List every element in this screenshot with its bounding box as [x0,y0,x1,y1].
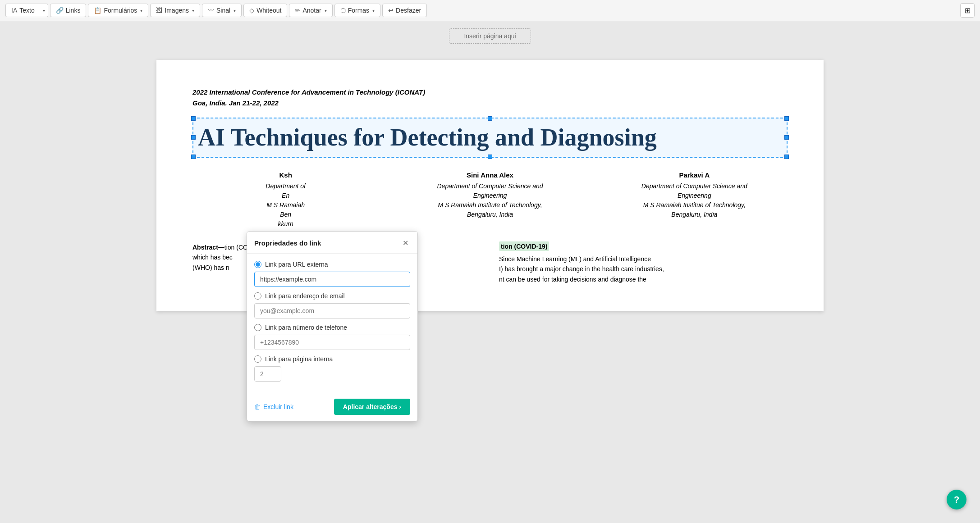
texto-button[interactable]: IA Texto [5,4,40,17]
dialog-header: Propriedades do link ✕ [247,232,417,254]
delete-link-button[interactable]: 🗑 Excluir link [254,400,293,413]
conference-line2: Goa, India. Jan 21-22, 2022 [192,98,788,109]
whiteout-button[interactable]: ◇ Whiteout [243,4,287,17]
abstract-text-right: Since Machine Learning (ML) and Artifici… [499,254,788,284]
expand-icon: ⊞ [965,6,971,15]
formularios-button[interactable]: 📋 Formulários ▾ [88,4,148,17]
trash-icon: 🗑 [254,403,261,410]
dialog-footer: 🗑 Excluir link Aplicar alterações › [247,394,417,421]
insert-page-label: Inserir página aqui [464,32,516,40]
handle-top-left[interactable] [191,116,196,121]
texto-icon: IA [11,7,17,14]
desfazer-label: Desfazer [396,7,421,14]
desfazer-icon: ↩ [388,7,394,14]
imagens-icon: 🖼 [156,7,162,14]
formas-arrow: ▾ [372,8,375,13]
insert-page-button[interactable]: Inserir página aqui [449,28,531,44]
dialog-body: Link para URL externa Link para endereço… [247,254,417,394]
anotar-arrow: ▾ [325,8,327,13]
handle-top-middle[interactable] [488,116,492,121]
handle-right-middle[interactable] [784,135,789,140]
toolbar: IA Texto ▾ 🔗 Links 📋 Formulários ▾ 🖼 Ima… [0,0,980,21]
texto-dropdown-arrow[interactable]: ▾ [40,4,48,17]
radio-phone[interactable] [254,324,261,331]
paper-title: AI Techniques for Detecting and Diagnosi… [198,123,782,152]
radio-email[interactable] [254,292,261,300]
author-block-2: Sini Anna Alex Department of Computer Sc… [397,171,583,229]
anotar-icon: ✏ [295,7,300,14]
whiteout-icon: ◇ [249,7,254,14]
author-block-3: Parkavi A Department of Computer Science… [601,171,788,229]
radio-page[interactable] [254,355,261,363]
texto-btn-group: IA Texto ▾ [5,4,48,17]
sinal-label: Sinal [216,7,230,14]
whiteout-label: Whiteout [256,7,281,14]
formas-button[interactable]: ⬡ Formas ▾ [334,4,380,17]
covid-highlight: tion (COVID-19) [501,243,547,250]
handle-left-middle[interactable] [191,135,196,140]
author-block-1: Ksh Department ofEnM S RamaiahBenkkurn [192,171,379,229]
sinal-icon: 〰 [208,7,214,14]
link-properties-dialog: Propriedades do link ✕ Link para URL ext… [247,231,418,422]
authors-section: Ksh Department ofEnM S RamaiahBenkkurn S… [192,171,788,229]
handle-bottom-right[interactable] [784,155,789,159]
conference-line1: 2022 International Conference for Advanc… [192,87,788,98]
sinal-button[interactable]: 〰 Sinal ▾ [202,4,242,17]
radio-email-label: Link para endereço de email [265,292,345,300]
abstract-right: tion (COVID-19) Since Machine Learning (… [499,242,788,284]
anotar-label: Anotar [302,7,321,14]
insert-page-area: Inserir página aqui [0,21,980,51]
phone-input[interactable] [254,335,410,350]
imagens-arrow: ▾ [192,8,194,13]
formularios-arrow: ▾ [140,8,142,13]
radio-option-email[interactable]: Link para endereço de email [254,292,410,300]
conference-info: 2022 International Conference for Advanc… [192,87,788,109]
radio-option-phone[interactable]: Link para número de telefone [254,324,410,331]
links-button[interactable]: 🔗 Links [50,4,87,17]
formas-icon: ⬡ [340,7,346,14]
content-area: 2022 International Conference for Advanc… [0,51,980,320]
formularios-label: Formulários [104,7,137,14]
links-label: Links [66,7,81,14]
apply-changes-button[interactable]: Aplicar alterações › [334,399,410,415]
radio-option-page[interactable]: Link para página interna [254,355,410,363]
author-name-2: Sini Anna Alex [397,171,583,179]
document-page: 2022 International Conference for Advanc… [156,60,824,311]
radio-phone-label: Link para número de telefone [265,324,347,331]
radio-url-label: Link para URL externa [265,261,328,268]
sinal-arrow: ▾ [234,8,236,13]
dialog-close-button[interactable]: ✕ [400,238,410,248]
dialog-title: Propriedades do link [254,239,321,247]
url-input[interactable] [254,272,410,287]
title-selection-box[interactable]: AI Techniques for Detecting and Diagnosi… [192,118,788,158]
author-affiliation-1: Department ofEnM S RamaiahBenkkurn [192,182,379,229]
handle-top-right[interactable] [784,116,789,121]
handle-bottom-middle[interactable] [488,155,492,159]
links-icon: 🔗 [56,7,64,14]
apply-btn-label: Aplicar alterações › [343,403,401,410]
formas-label: Formas [348,7,369,14]
expand-button[interactable]: ⊞ [960,3,975,18]
delete-link-label: Excluir link [263,403,293,410]
close-icon: ✕ [403,239,408,247]
page-number-input[interactable] [254,366,281,382]
help-icon: ? [954,495,959,505]
texto-label: Texto [19,7,34,14]
author-affiliation-3: Department of Computer Science andEngine… [601,182,788,219]
author-name-1: Ksh [192,171,379,179]
author-name-3: Parkavi A [601,171,788,179]
imagens-button[interactable]: 🖼 Imagens ▾ [150,4,200,17]
desfazer-button[interactable]: ↩ Desfazer [382,4,427,17]
radio-option-url[interactable]: Link para URL externa [254,261,410,268]
help-button[interactable]: ? [947,490,966,509]
dialog-overlay: Propriedades do link ✕ Link para URL ext… [247,231,418,422]
formularios-icon: 📋 [94,7,101,14]
radio-page-label: Link para página interna [265,355,333,363]
author-affiliation-2: Department of Computer Science andEngine… [397,182,583,219]
imagens-label: Imagens [165,7,189,14]
anotar-button[interactable]: ✏ Anotar ▾ [289,4,332,17]
radio-url[interactable] [254,261,261,268]
email-input[interactable] [254,303,410,318]
handle-bottom-left[interactable] [191,155,196,159]
